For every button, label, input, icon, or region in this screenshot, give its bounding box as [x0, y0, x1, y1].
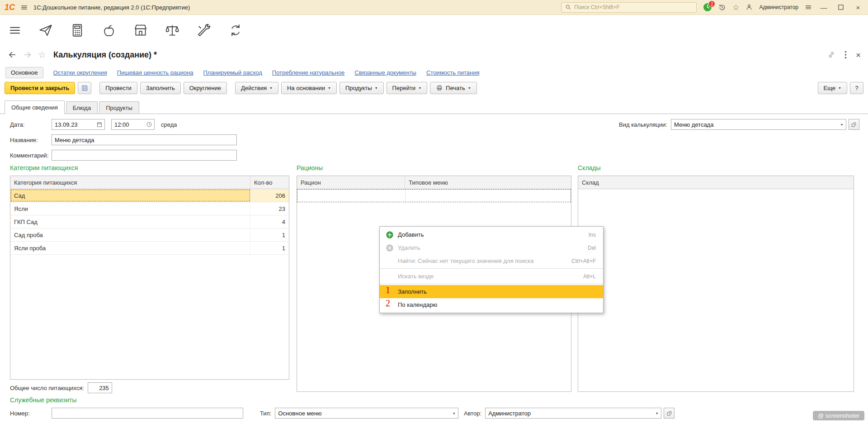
storefront-icon[interactable] [133, 23, 148, 38]
type-field[interactable]: ▼ [275, 408, 458, 419]
number-field[interactable] [52, 408, 243, 419]
navlink-food-cost[interactable]: Стоимость питания [426, 69, 480, 76]
type-input[interactable] [275, 410, 450, 417]
date-field[interactable] [52, 119, 105, 130]
time-input[interactable] [112, 121, 144, 128]
products-dropdown[interactable]: Продукты▼ [340, 82, 384, 94]
back-button[interactable] [7, 50, 17, 60]
chevron-down-icon[interactable]: ▼ [450, 408, 458, 418]
number-input[interactable] [52, 410, 243, 417]
history-icon[interactable] [718, 4, 726, 11]
sections-menu-icon[interactable] [8, 24, 22, 37]
favorite-star-icon[interactable]: ☆ [38, 49, 46, 60]
calc-type-field[interactable]: ▼ [671, 119, 846, 130]
open-author-button[interactable] [664, 408, 675, 419]
help-button[interactable]: ? [850, 82, 863, 94]
tab-dishes[interactable]: Блюда [66, 101, 98, 114]
table-row[interactable]: Сад 206 [10, 189, 289, 202]
comment-field[interactable] [52, 150, 237, 161]
more-button[interactable]: Еще▼ [818, 82, 847, 94]
total-field[interactable] [88, 382, 112, 393]
sync-arrows-icon[interactable] [228, 23, 243, 38]
column-header-ration[interactable]: Рацион [297, 176, 405, 189]
category-count-cell[interactable]: 1 [250, 229, 289, 241]
menu-item-by-calendar[interactable]: По календарю [380, 298, 603, 311]
typical-menu-cell[interactable] [406, 190, 571, 202]
navlink-planned-expense[interactable]: Планируемый расход [203, 69, 262, 76]
1c-logo: 1С [5, 3, 15, 11]
table-row[interactable]: ГКП Сад 4 [10, 215, 289, 229]
category-name-cell[interactable]: Сад [10, 189, 250, 202]
based-on-dropdown[interactable]: На основании▼ [281, 82, 337, 94]
global-search-input[interactable]: Поиск Ctrl+Shift+F [561, 2, 697, 13]
paper-plane-icon[interactable] [38, 23, 53, 38]
post-button[interactable]: Провести [99, 82, 137, 94]
link-icon[interactable] [827, 51, 835, 59]
table-row[interactable]: Ясли 23 [10, 202, 289, 215]
author-input[interactable] [486, 410, 653, 417]
ration-cell[interactable] [297, 190, 406, 202]
more-menu-icon[interactable] [844, 51, 847, 59]
maximize-button[interactable] [835, 4, 846, 11]
category-count-cell[interactable]: 206 [250, 189, 289, 202]
chevron-down-icon[interactable]: ▼ [653, 408, 661, 418]
navlink-nutrition-value[interactable]: Пищевая ценность рациона [117, 69, 193, 76]
category-name-cell[interactable]: Сад проба [10, 229, 250, 241]
author-field[interactable]: ▼ [485, 408, 661, 419]
tab-general[interactable]: Общие сведения [5, 100, 65, 114]
close-document-button[interactable]: × [856, 51, 861, 59]
empty-focused-row[interactable] [297, 189, 571, 202]
navlink-natural-consumption[interactable]: Потребление натуральное [272, 69, 345, 76]
calendar-icon[interactable] [94, 119, 104, 129]
calculator-icon[interactable] [70, 23, 85, 38]
post-and-close-button[interactable]: Провести и закрыть [5, 82, 75, 94]
calc-type-input[interactable] [671, 121, 838, 128]
app-window: 1С 1С:Дошкольное питание, редакция 2.0 (… [0, 0, 868, 424]
open-value-button[interactable] [849, 119, 859, 130]
category-count-cell[interactable]: 1 [250, 242, 289, 254]
main-menu-icon[interactable] [20, 4, 28, 11]
category-count-cell[interactable]: 4 [250, 215, 289, 228]
notifications-icon[interactable]: 1 [703, 3, 712, 12]
menu-item-add[interactable]: Добавить Ins [380, 228, 603, 241]
clock-icon[interactable] [144, 119, 154, 129]
forward-button[interactable] [23, 50, 33, 60]
column-header-category[interactable]: Категория питающихся [10, 176, 250, 189]
titlebar-menu-icon[interactable] [805, 4, 812, 11]
navlink-main[interactable]: Основное [5, 67, 43, 78]
search-icon [565, 4, 571, 10]
column-header-warehouse[interactable]: Склад [578, 176, 854, 189]
tools-icon[interactable] [196, 23, 212, 38]
print-dropdown[interactable]: Печать▼ [430, 82, 477, 94]
actions-dropdown[interactable]: Действия▼ [235, 82, 278, 94]
name-field[interactable] [52, 134, 237, 145]
navlink-rounding-remains[interactable]: Остатки округления [53, 69, 107, 76]
goto-dropdown[interactable]: Перейти▼ [387, 82, 427, 94]
time-field[interactable] [111, 119, 155, 130]
apple-icon[interactable] [101, 23, 117, 38]
category-name-cell[interactable]: ГКП Сад [10, 215, 250, 228]
minimize-button[interactable]: — [818, 4, 829, 11]
category-count-cell[interactable]: 23 [250, 202, 289, 215]
column-header-count[interactable]: Кол-во [250, 176, 289, 189]
rounding-button[interactable]: Округление [184, 82, 227, 94]
comment-input[interactable] [52, 152, 236, 159]
menu-item-fill[interactable]: Заполнить [380, 285, 603, 298]
current-user-name[interactable]: Администратор [759, 4, 798, 10]
total-input[interactable] [88, 385, 112, 391]
category-name-cell[interactable]: Ясли [10, 202, 250, 215]
close-app-button[interactable]: × [853, 4, 863, 11]
table-row[interactable]: Ясли проба 1 [10, 242, 289, 255]
name-input[interactable] [52, 137, 236, 143]
column-header-typical-menu[interactable]: Типовое меню [405, 176, 571, 189]
table-row[interactable]: Сад проба 1 [10, 229, 289, 242]
favorites-icon[interactable]: ☆ [732, 3, 739, 12]
chevron-down-icon[interactable]: ▼ [838, 119, 846, 129]
date-input[interactable] [52, 121, 94, 128]
tab-products[interactable]: Продукты [99, 101, 139, 114]
fill-button[interactable]: Заполнить [140, 82, 181, 94]
save-button[interactable] [78, 82, 91, 94]
scales-icon[interactable] [165, 23, 180, 38]
category-name-cell[interactable]: Ясли проба [10, 242, 250, 254]
navlink-related-documents[interactable]: Связанные документы [354, 69, 416, 76]
